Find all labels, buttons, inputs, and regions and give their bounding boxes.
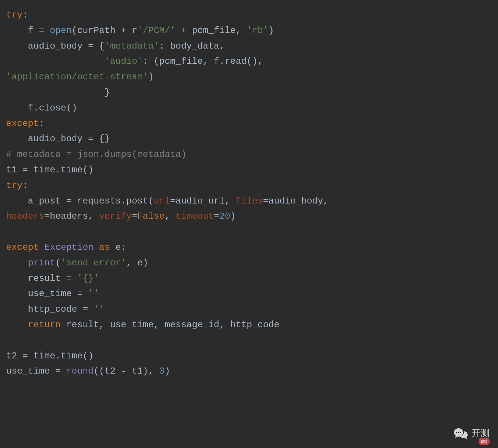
kwarg-url: url xyxy=(154,196,170,206)
svg-point-2 xyxy=(460,432,461,433)
class-exception: Exception xyxy=(44,242,94,252)
php-badge: php xyxy=(479,438,490,445)
keyword-try: try xyxy=(6,180,22,191)
keyword-return: return xyxy=(6,320,61,330)
kwarg-timeout: timeout xyxy=(176,211,214,221)
kwarg-headers: headers xyxy=(6,211,44,221)
svg-point-1 xyxy=(458,432,459,433)
builtin-round: round xyxy=(66,366,93,376)
svg-point-0 xyxy=(456,432,457,433)
kwarg-files: files xyxy=(236,196,263,206)
builtin-open: open xyxy=(50,25,72,36)
code-block: try: f = open(curPath + r'/PCM/' + pcm_f… xyxy=(6,8,492,379)
string-path: '/PCM/' xyxy=(137,25,176,36)
keyword-except: except xyxy=(6,242,39,252)
keyword-try: try xyxy=(6,10,22,20)
builtin-print: print xyxy=(6,258,55,268)
keyword-except: except xyxy=(6,118,39,129)
comment-line: # metadata = json.dumps(metadata) xyxy=(6,149,186,159)
kwarg-verify: verify xyxy=(99,211,132,221)
chat-bubble-icon xyxy=(453,427,468,440)
